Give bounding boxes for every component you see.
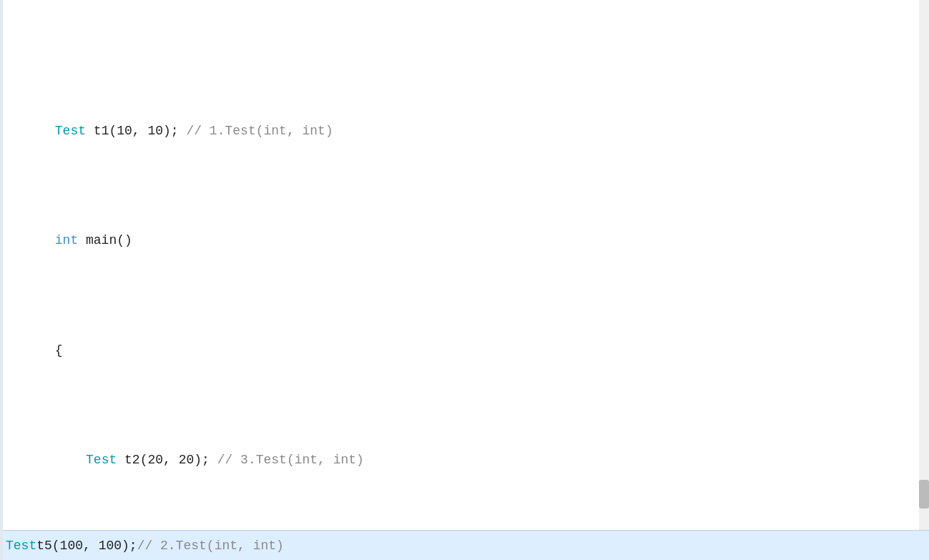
keyword-test: Test xyxy=(55,124,86,138)
left-border xyxy=(0,0,3,560)
code-text: t1(10, 10); xyxy=(86,124,186,138)
code-line-4: Test t2(20, 20); // 3.Test(int, int) xyxy=(6,415,929,445)
code-line-2: int main() xyxy=(6,195,929,225)
keyword-test: Test xyxy=(86,453,117,467)
keyword-int: int xyxy=(55,233,78,247)
comment: // 1.Test(int, int) xyxy=(186,124,333,138)
code-text: t2(20, 20); xyxy=(117,453,217,467)
comment: // 3.Test(int, int) xyxy=(217,453,364,467)
bottom-keyword-test: Test xyxy=(6,539,36,553)
scrollbar-track[interactable] xyxy=(919,0,929,530)
bottom-comment: // 2.Test(int, int) xyxy=(137,539,284,553)
code-text: { xyxy=(55,343,63,358)
code-block: Test t1(10, 10); // 1.Test(int, int) int… xyxy=(0,0,929,560)
indent xyxy=(55,453,86,467)
bottom-bar: Test t5(100, 100); // 2.Test(int, int) xyxy=(0,530,929,560)
scrollbar-thumb[interactable] xyxy=(919,480,929,509)
code-line-3: { xyxy=(6,305,929,335)
code-container: Test t1(10, 10); // 1.Test(int, int) int… xyxy=(0,0,929,560)
bottom-code: t5(100, 100); xyxy=(36,539,137,553)
code-line-1: Test t1(10, 10); // 1.Test(int, int) xyxy=(6,86,929,116)
code-text: main() xyxy=(78,233,132,247)
